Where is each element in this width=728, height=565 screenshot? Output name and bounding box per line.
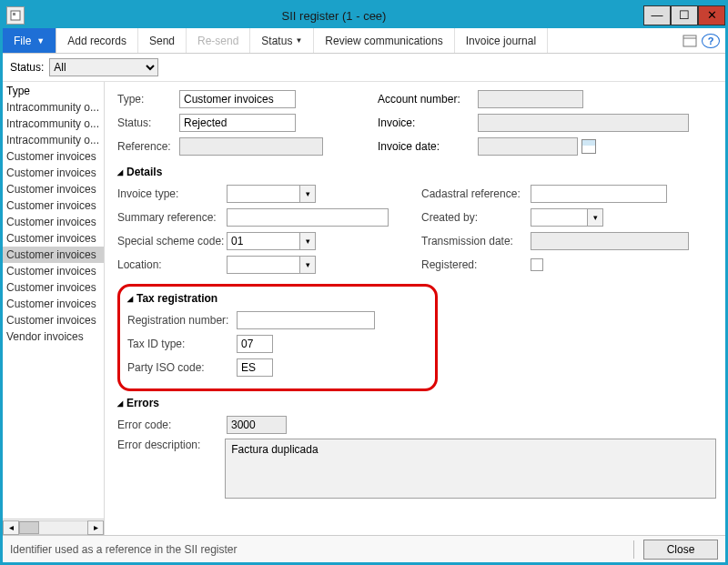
chevron-down-icon: ▼ bbox=[36, 36, 45, 45]
resend-button: Re-send bbox=[187, 28, 250, 53]
review-communications-button[interactable]: Review communications bbox=[314, 28, 454, 53]
list-item[interactable]: Customer invoices bbox=[3, 247, 104, 263]
registered-checkbox[interactable] bbox=[531, 258, 543, 271]
invoice-type-field[interactable] bbox=[227, 185, 299, 203]
cadastral-reference-field[interactable] bbox=[531, 185, 667, 203]
list-item[interactable]: Intracommunity o... bbox=[3, 116, 104, 132]
reference-field[interactable] bbox=[179, 137, 323, 156]
help-icon[interactable]: ? bbox=[702, 34, 720, 48]
status-menu[interactable]: Status ▼ bbox=[250, 28, 314, 53]
send-button[interactable]: Send bbox=[138, 28, 187, 53]
svg-rect-1 bbox=[13, 13, 15, 15]
file-label: File bbox=[14, 35, 31, 47]
collapse-icon: ◢ bbox=[127, 295, 133, 303]
svg-rect-2 bbox=[683, 35, 696, 46]
dropdown-button[interactable]: ▾ bbox=[299, 232, 316, 250]
errors-header[interactable]: ◢ Errors bbox=[117, 397, 716, 409]
status-filter-select[interactable]: All bbox=[49, 58, 158, 76]
created-by-label: Created by: bbox=[421, 211, 531, 224]
reference-label: Reference: bbox=[117, 140, 179, 153]
list-item[interactable]: Intracommunity o... bbox=[3, 99, 104, 116]
invoice-date-label: Invoice date: bbox=[378, 140, 478, 153]
file-menu[interactable]: File ▼ bbox=[3, 28, 56, 53]
list-item[interactable]: Customer invoices bbox=[3, 296, 104, 312]
error-code-label: Error code: bbox=[117, 419, 227, 431]
scroll-right-button[interactable]: ▸ bbox=[87, 520, 104, 535]
scroll-thumb[interactable] bbox=[19, 521, 39, 534]
party-iso-code-field[interactable] bbox=[237, 358, 273, 377]
special-scheme-code-label: Special scheme code: bbox=[117, 235, 227, 247]
list-item[interactable]: Customer invoices bbox=[3, 214, 104, 230]
list-item[interactable]: Customer invoices bbox=[3, 197, 104, 214]
summary-reference-field[interactable] bbox=[227, 208, 389, 227]
main-panel: Type: Status: Reference: Account number: bbox=[105, 82, 725, 535]
registered-label: Registered: bbox=[421, 258, 531, 271]
collapse-icon: ◢ bbox=[117, 168, 123, 177]
collapse-icon: ◢ bbox=[117, 399, 123, 408]
app-window: SII register (1 - cee) — ☐ ✕ File ▼ Add … bbox=[0, 0, 728, 565]
list-item[interactable]: Customer invoices bbox=[3, 230, 104, 247]
invoice-type-label: Invoice type: bbox=[117, 187, 227, 200]
account-number-field[interactable] bbox=[478, 90, 583, 108]
details-header[interactable]: ◢ Details bbox=[117, 166, 716, 178]
status-field[interactable] bbox=[179, 114, 296, 132]
error-description-label: Error description: bbox=[117, 439, 225, 451]
tax-registration-header[interactable]: ◢ Tax registration bbox=[127, 292, 428, 305]
registration-number-label: Registration number: bbox=[127, 314, 237, 327]
list-item[interactable]: Vendor invoices bbox=[3, 328, 104, 345]
status-label: Status: bbox=[117, 116, 179, 129]
summary-reference-label: Summary reference: bbox=[117, 211, 227, 224]
list-item[interactable]: Customer invoices bbox=[3, 165, 104, 181]
dropdown-button[interactable]: ▾ bbox=[587, 208, 603, 227]
type-field[interactable] bbox=[179, 90, 296, 108]
error-code-field[interactable] bbox=[227, 416, 287, 434]
list-item[interactable]: Customer invoices bbox=[3, 148, 104, 165]
window-icon[interactable] bbox=[678, 28, 702, 53]
tax-id-type-field[interactable] bbox=[237, 335, 273, 353]
maximize-button[interactable]: ☐ bbox=[671, 5, 698, 25]
special-scheme-code-field[interactable] bbox=[227, 232, 299, 250]
sidebar-hscroll[interactable]: ◂ ▸ bbox=[3, 519, 104, 535]
cadastral-reference-label: Cadastral reference: bbox=[421, 187, 531, 200]
party-iso-code-label: Party ISO code: bbox=[127, 361, 237, 374]
minimize-button[interactable]: — bbox=[643, 5, 671, 25]
close-button-footer[interactable]: Close bbox=[643, 540, 718, 560]
scroll-left-button[interactable]: ◂ bbox=[3, 520, 19, 535]
invoice-field[interactable] bbox=[478, 114, 689, 132]
account-number-label: Account number: bbox=[378, 93, 478, 106]
scroll-track[interactable] bbox=[19, 520, 87, 535]
transmission-date-field[interactable] bbox=[531, 232, 689, 250]
error-description-field[interactable]: Factura duplicada bbox=[225, 439, 716, 499]
dropdown-button[interactable]: ▾ bbox=[299, 185, 316, 203]
app-icon bbox=[6, 6, 25, 25]
invoice-date-field[interactable] bbox=[478, 137, 578, 156]
add-records-button[interactable]: Add records bbox=[56, 28, 138, 53]
titlebar: SII register (1 - cee) — ☐ ✕ bbox=[3, 3, 725, 28]
type-label: Type: bbox=[117, 93, 179, 106]
list-item[interactable]: Customer invoices bbox=[3, 181, 104, 197]
invoice-label: Invoice: bbox=[378, 116, 478, 129]
chevron-down-icon: ▼ bbox=[295, 36, 302, 45]
tax-id-type-label: Tax ID type: bbox=[127, 338, 237, 350]
invoice-journal-button[interactable]: Invoice journal bbox=[455, 28, 548, 53]
tax-registration-highlight: ◢ Tax registration Registration number: … bbox=[117, 284, 438, 391]
calendar-icon[interactable] bbox=[581, 139, 596, 154]
sidebar: TypeIntracommunity o...Intracommunity o.… bbox=[3, 82, 105, 535]
window-title: SII register (1 - cee) bbox=[25, 9, 643, 23]
status-menu-label: Status bbox=[261, 35, 292, 47]
location-label: Location: bbox=[117, 258, 227, 271]
close-button[interactable]: ✕ bbox=[698, 5, 725, 25]
list-item[interactable]: Intracommunity o... bbox=[3, 132, 104, 148]
list-item[interactable]: Customer invoices bbox=[3, 312, 104, 328]
list-item[interactable]: Customer invoices bbox=[3, 263, 104, 279]
registration-number-field[interactable] bbox=[237, 311, 375, 329]
sidebar-header[interactable]: Type bbox=[3, 82, 104, 99]
filter-bar: Status: All bbox=[3, 54, 725, 82]
location-field[interactable] bbox=[227, 256, 299, 274]
transmission-date-label: Transmission date: bbox=[421, 235, 531, 247]
dropdown-button[interactable]: ▾ bbox=[299, 256, 316, 274]
created-by-field[interactable] bbox=[531, 208, 587, 227]
toolbar: File ▼ Add records Send Re-send Status ▼… bbox=[3, 28, 725, 54]
list-item[interactable]: Customer invoices bbox=[3, 279, 104, 296]
statusbar: Identifier used as a reference in the SI… bbox=[3, 535, 725, 562]
